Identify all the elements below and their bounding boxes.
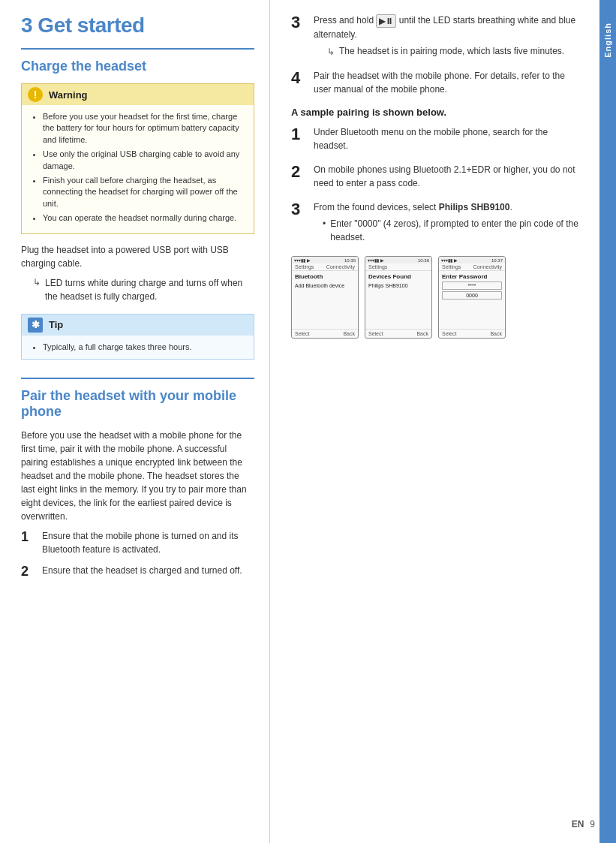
sub-step-content: Under Bluetooth menu on the mobile phone… [314,125,584,152]
right-step-number: 3 [291,14,306,32]
warning-icon: ! [28,87,43,102]
section-divider-2 [21,378,254,379]
charge-arrow-item: ↳ LED turns white during charge and turn… [33,276,254,303]
pair-body: Before you use the headset with a mobile… [21,429,254,523]
step-text-before: Press and hold ▶⏸ until the LED starts b… [314,15,575,40]
phone-title: Bluetooth [295,273,355,280]
sub-step-bullet-item: • Enter "0000" (4 zeros), if prompted to… [323,217,584,244]
charge-arrow-text: LED turns white during charge and turns … [45,276,254,303]
phone-footer-select: Select [442,331,456,336]
step-number: 1 [21,529,35,546]
right-column: 3 Press and hold ▶⏸ until the LED starts… [270,0,599,843]
sub-step-number: 1 [291,125,306,143]
warning-body: Before you use your headset for the firs… [22,105,254,233]
phone-time: 10:36 [418,258,429,263]
phone-body: Bluetooth Add Bluetooth device [292,271,358,329]
phone-screen-2: ▾▾▾▮▮ ▶ 10:36 Settings Devices Found Phi… [365,256,432,339]
step-number: 2 [21,564,35,580]
step-content: Ensure that the mobile phone is turned o… [42,529,254,556]
phone-footer-select: Select [368,331,383,336]
tip-icon: ✱ [28,318,43,333]
tip-list: Typically, a full charge takes three hou… [31,342,245,353]
phone-nav2: Connectivity [326,264,355,269]
arrow-symbol: ↳ [33,277,41,288]
phone-menu-item: Philips SHB9100 [368,282,428,290]
phone-footer: Select Back [365,329,431,338]
sub-step-text: From the found devices, select Philips S… [314,202,512,212]
left-steps: 1 Ensure that the mobile phone is turned… [21,529,254,580]
right-step-content: Pair the headset with the mobile phone. … [314,69,584,96]
warning-title: Warning [49,89,88,101]
right-step-number: 4 [291,69,306,87]
chapter-heading: 3 Get started [21,14,254,38]
sub-step-bold: Philips SHB9100 [439,202,510,212]
step-text: Pair the headset with the mobile phone. … [314,71,565,95]
right-sub-step: 2 On mobile phones using Bluetooth 2.1+E… [291,163,584,190]
step-arrow-item: ↳ The headset is in pairing mode, which … [327,44,584,59]
phone-body: Devices Found Philips SHB9100 [365,271,431,329]
tip-body: Typically, a full charge takes three hou… [22,336,254,359]
step-arrow-text: The headset is in pairing mode, which la… [339,44,564,58]
phone-time: 10:35 [344,258,356,263]
phone-menu-item: Add Bluetooth device [295,282,355,290]
section1-heading: Charge the headset [21,59,254,74]
phone-nav-bar: Settings Connectivity [439,263,505,271]
warning-list: Before you use your headset for the firs… [31,111,245,224]
lang-label: English [603,23,612,58]
sub-step-content: On mobile phones using Bluetooth 2.1+EDR… [314,163,584,190]
phone-signal: ▾▾▾▮▮ ▶ [294,257,311,263]
section-divider-1 [21,48,254,50]
page-footer: EN 9 [572,819,595,829]
charge-body: Plug the headset into a powered USB port… [21,243,254,270]
left-step: 2 Ensure that the headset is charged and… [21,564,254,580]
phone-nav-bar: Settings [365,263,431,271]
phone-nav1: Settings [295,264,314,269]
warning-item: Finish your call before charging the hea… [43,175,245,209]
phone-status-bar: ▾▾▾▮▮ ▶ 10:37 [439,257,505,263]
phone-title: Enter Password [442,273,502,280]
left-step: 1 Ensure that the mobile phone is turned… [21,529,254,556]
phone-signal: ▾▾▾▮▮ ▶ [441,257,458,263]
sub-step-content: From the found devices, select Philips S… [314,200,584,244]
phone-footer-back: Back [416,331,428,336]
phone-footer: Select Back [439,329,505,338]
right-step: 4 Pair the headset with the mobile phone… [291,69,584,96]
sub-bullet-text: Enter "0000" (4 zeros), if prompted to e… [330,217,584,244]
phone-body: Enter Password **** 0000 [439,271,505,329]
sub-step-number: 2 [291,163,306,181]
phone-screenshots-row: ▾▾▾▮▮ ▶ 10:35 Settings Connectivity Blue… [291,256,584,339]
phone-password-masked: **** [442,282,502,290]
phone-status-bar: ▾▾▾▮▮ ▶ 10:35 [292,257,358,263]
phone-title: Devices Found [368,273,428,280]
tip-header: ✱ Tip [22,315,254,336]
right-sub-step: 1 Under Bluetooth menu on the mobile pho… [291,125,584,152]
play-pause-icon: ▶⏸ [376,14,396,29]
phone-footer-select: Select [295,331,309,336]
phone-footer-back: Back [343,331,355,336]
warning-item: You can operate the headset normally dur… [43,212,245,224]
phone-time: 10:37 [491,258,503,263]
page-footer-lang: EN [572,819,584,829]
phone-screen-3: ▾▾▾▮▮ ▶ 10:37 Settings Connectivity Ente… [438,256,506,339]
phone-nav1: Settings [442,264,461,269]
right-sub-step: 3 From the found devices, select Philips… [291,200,584,244]
sample-pairing-heading: A sample pairing is shown below. [291,107,584,118]
tip-box: ✱ Tip Typically, a full charge takes thr… [21,314,254,360]
phone-nav2: Connectivity [473,264,502,269]
phone-footer: Select Back [292,329,358,338]
sub-step-number: 3 [291,200,306,218]
right-sub-steps: 1 Under Bluetooth menu on the mobile pho… [291,125,584,244]
tip-title: Tip [49,319,63,330]
sub-step-text: Under Bluetooth menu on the mobile phone… [314,127,548,151]
warning-item: Before you use your headset for the firs… [43,111,245,146]
arrow-symbol: ↳ [327,45,335,59]
sub-step-text: On mobile phones using Bluetooth 2.1+EDR… [314,164,575,188]
phone-password-value: 0000 [442,291,502,300]
tip-item: Typically, a full charge takes three hou… [43,342,245,353]
right-step: 3 Press and hold ▶⏸ until the LED starts… [291,14,584,59]
left-column: 3 Get started Charge the headset ! Warni… [0,0,270,843]
right-step-content: Press and hold ▶⏸ until the LED starts b… [314,14,584,59]
phone-status-bar: ▾▾▾▮▮ ▶ 10:36 [365,257,431,263]
lang-sidebar: English [599,0,616,843]
bullet-symbol: • [323,217,326,230]
